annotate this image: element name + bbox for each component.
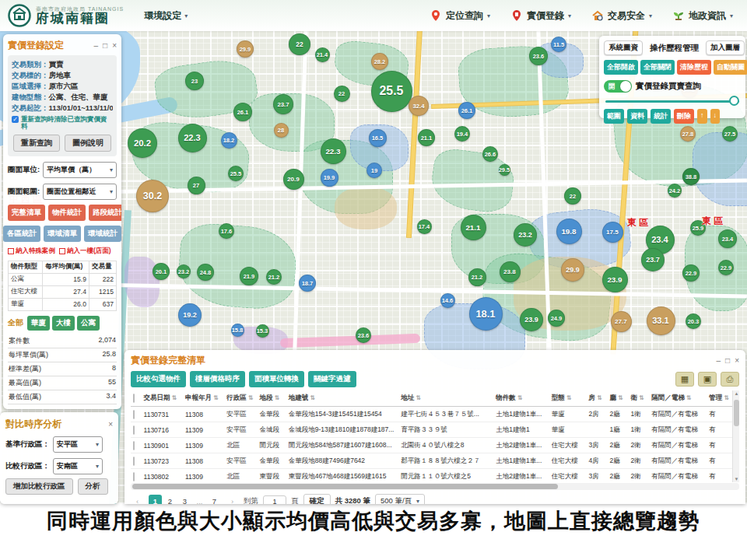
price-circle[interactable]: 18.1 xyxy=(469,297,503,331)
price-circle[interactable]: 28 xyxy=(274,123,289,138)
layer-row-button[interactable]: 範圍 xyxy=(604,109,624,124)
layers-action-button[interactable]: 清除歷程 xyxy=(677,60,711,75)
sort-icon[interactable]: ⇅ xyxy=(517,394,523,401)
area-stat-button[interactable]: 環域清單 xyxy=(44,226,81,242)
close-icon[interactable]: × xyxy=(112,41,117,50)
sort-icon[interactable]: ⇅ xyxy=(566,394,572,401)
table-row[interactable]: 113072311308安平區金華段金華段地88建7496建7642郡平路１８８… xyxy=(131,453,739,469)
list-stat-button[interactable]: 路段統計 xyxy=(89,205,121,221)
column-header[interactable]: 地址⇅ xyxy=(398,390,493,407)
legend-button[interactable]: 圖例說明 xyxy=(65,135,111,152)
sort-icon[interactable]: ⇅ xyxy=(597,394,602,401)
close-icon[interactable]: × xyxy=(735,356,739,365)
sort-icon[interactable]: ⇅ xyxy=(639,394,644,401)
column-header[interactable]: 行政區⇅ xyxy=(224,390,257,407)
horizontal-scrollbar[interactable] xyxy=(131,483,739,490)
price-circle[interactable]: 23.9 xyxy=(602,267,628,292)
price-circle[interactable]: 19 xyxy=(366,163,382,178)
area-stat-button[interactable]: 各區統計 xyxy=(3,226,40,242)
table-row[interactable]: 113090111309北區開元段開元段地584地587建1607建1608..… xyxy=(131,438,739,453)
nav-item-price[interactable]: 實價登錄▾ xyxy=(510,9,571,23)
close-icon[interactable]: × xyxy=(108,420,113,429)
column-header[interactable]: 廳⇅ xyxy=(607,390,628,407)
maximize-icon[interactable]: □ xyxy=(103,41,107,50)
price-circle[interactable]: 21.2 xyxy=(468,268,486,286)
price-circle[interactable]: 26.1 xyxy=(233,103,252,121)
price-circle[interactable]: 18.7 xyxy=(299,275,316,292)
row-checkbox[interactable] xyxy=(133,425,135,435)
price-circle[interactable]: 17.5 xyxy=(602,222,623,243)
price-circle[interactable]: 20.2 xyxy=(128,128,157,158)
requery-button[interactable]: 重新查詢 xyxy=(13,135,60,152)
row-checkbox[interactable] xyxy=(133,441,135,450)
price-circle[interactable]: 15.8 xyxy=(231,324,244,337)
page-button-3[interactable]: 3 xyxy=(178,495,191,504)
row-checkbox[interactable] xyxy=(133,472,135,481)
column-header[interactable]: 衛⇅ xyxy=(628,390,649,407)
env-settings-menu[interactable]: 環境設定▾ xyxy=(144,9,188,23)
price-circle[interactable]: 15.3 xyxy=(256,324,269,338)
price-circle[interactable]: 21.2 xyxy=(266,269,282,285)
column-header[interactable]: 房⇅ xyxy=(586,390,607,407)
add-compare-district-button[interactable]: 增加比較行政區 xyxy=(5,478,73,495)
column-header[interactable]: 物件數⇅ xyxy=(493,390,549,407)
sort-icon[interactable]: ⇅ xyxy=(724,394,729,401)
price-circle[interactable]: 26.1 xyxy=(458,102,475,119)
price-circle[interactable]: 19.9 xyxy=(321,169,338,187)
layer-row-button[interactable]: 統計 xyxy=(651,109,671,124)
price-circle[interactable]: 19.8 xyxy=(556,219,582,244)
price-circle[interactable]: 28.2 xyxy=(371,53,388,70)
prev-page-button[interactable]: ‹ xyxy=(131,495,144,504)
price-circle[interactable]: 22.9 xyxy=(682,264,700,282)
price-circle[interactable]: 23.2 xyxy=(514,223,537,247)
price-circle[interactable]: 20.9 xyxy=(283,169,304,190)
price-circle[interactable]: 21.9 xyxy=(240,267,258,285)
price-circle[interactable]: 20.3 xyxy=(686,313,701,329)
vertical-scrollbar[interactable]: ▲▼ xyxy=(732,390,739,482)
table-row[interactable]: 113073111308安平區金華段金華段地154-3建15451建15454建… xyxy=(131,407,739,422)
price-circle[interactable]: 33.1 xyxy=(647,306,675,335)
price-circle[interactable]: 23.2 xyxy=(177,264,191,278)
price-circle[interactable]: 29.9 xyxy=(561,258,584,282)
price-circle[interactable]: 19.2 xyxy=(178,303,202,327)
price-circle[interactable]: 27.8 xyxy=(680,126,696,142)
price-circle[interactable]: 22 xyxy=(334,86,350,102)
next-page-button[interactable]: › xyxy=(226,495,239,504)
price-circle[interactable]: 22.3 xyxy=(321,138,346,164)
price-circle[interactable]: 26.6 xyxy=(482,146,498,162)
price-circle[interactable]: 17.6 xyxy=(219,223,234,239)
column-header[interactable]: 交易日期⇅ xyxy=(142,390,183,407)
price-circle[interactable]: 22.3 xyxy=(178,124,207,152)
price-circle[interactable]: 32.4 xyxy=(409,96,429,116)
price-circle[interactable]: 21.1 xyxy=(461,215,486,240)
price-circle[interactable]: 25.5 xyxy=(228,166,244,181)
special-case-checkbox[interactable]: 納入特殊案例 xyxy=(8,247,55,256)
layers-action-button[interactable]: 自動關圖 xyxy=(714,60,747,75)
price-circle[interactable]: 29.9 xyxy=(237,40,254,58)
price-circle[interactable]: 22.9 xyxy=(718,260,734,275)
column-header[interactable]: 地建號⇅ xyxy=(286,390,399,407)
sort-icon[interactable]: ⇅ xyxy=(686,394,692,401)
price-circle[interactable]: 23.6 xyxy=(529,47,548,65)
circle-range-select[interactable]: 圈面位置相鄰近▾ xyxy=(43,184,117,200)
price-circle[interactable]: 23.4 xyxy=(718,229,737,248)
clear-on-requery-checkbox[interactable]: ✓ 重新查詢時清除已查詢實價資料 xyxy=(12,116,113,131)
price-circle[interactable]: 30.2 xyxy=(136,180,169,212)
sort-icon[interactable]: ⇅ xyxy=(310,394,315,401)
area-stat-button[interactable]: 環域統計 xyxy=(84,226,121,242)
page-button-2[interactable]: 2 xyxy=(163,495,177,504)
layers-tab-操作歷程管理[interactable]: 操作歷程管理 xyxy=(646,41,703,55)
minimize-icon[interactable]: – xyxy=(717,356,721,365)
nav-item-safety[interactable]: 交易安全▾ xyxy=(591,9,652,23)
price-circle[interactable]: 22 xyxy=(564,187,581,205)
nav-item-landinfo[interactable]: 地政資訊▾ xyxy=(672,9,733,23)
price-circle[interactable]: 17.4 xyxy=(417,219,432,234)
list-stat-button[interactable]: 完整清單 xyxy=(8,205,45,221)
sort-icon[interactable]: ⇅ xyxy=(618,394,623,401)
compare-district-select[interactable]: 安南區▾ xyxy=(53,458,103,474)
table-row[interactable]: 113071611309安平區金城段金城段地9-13建1810建1878建187… xyxy=(131,422,739,438)
price-circle[interactable]: 21.1 xyxy=(418,129,435,146)
column-header[interactable]: 申報年月⇅ xyxy=(183,390,224,407)
price-circle[interactable]: 27.5 xyxy=(722,126,738,142)
filter-all-label[interactable]: 全部 xyxy=(8,317,23,328)
